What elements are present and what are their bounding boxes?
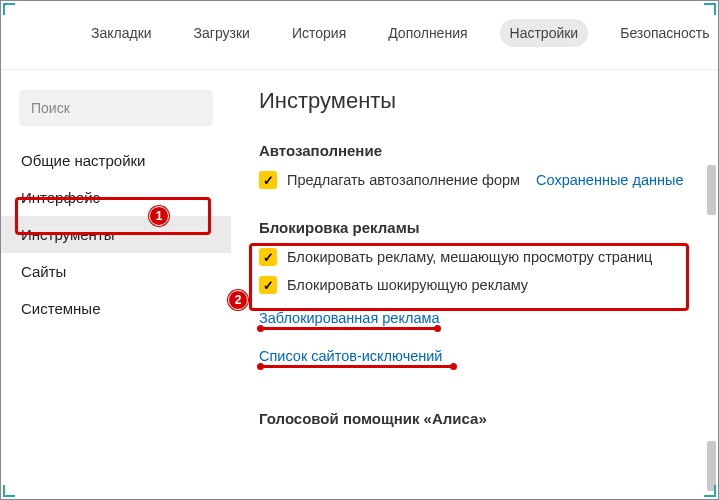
scrollbar-thumb[interactable]: [707, 165, 716, 215]
checkbox-autofill-suggest[interactable]: [259, 171, 277, 189]
section-adblock: Блокировка рекламы Блокировать рекламу, …: [259, 219, 704, 372]
autofill-suggest-label: Предлагать автозаполнение форм: [287, 172, 520, 188]
sidebar-item-general[interactable]: Общие настройки: [1, 142, 231, 179]
block-shocking-label: Блокировать шокирующую рекламу: [287, 277, 528, 293]
adblock-title: Блокировка рекламы: [259, 219, 704, 236]
content: Инструменты Автозаполнение Предлагать ав…: [231, 70, 718, 500]
corner-mark: [3, 485, 15, 497]
tab-bookmarks[interactable]: Закладки: [81, 19, 162, 47]
voice-title: Голосовой помощник «Алиса»: [259, 410, 704, 427]
sidebar-item-interface[interactable]: Интерфейс: [1, 179, 231, 216]
top-tabs: Закладки Загрузки История Дополнения Нас…: [1, 1, 718, 70]
link-saved-data[interactable]: Сохраненные данные: [536, 172, 683, 188]
sidebar-item-tools[interactable]: Инструменты: [1, 216, 231, 253]
page-title: Инструменты: [259, 88, 704, 114]
scrollbar[interactable]: [706, 55, 716, 495]
annotation-underline: [259, 365, 455, 368]
block-intrusive-label: Блокировать рекламу, мешающую просмотру …: [287, 249, 652, 265]
annotation-underline: [259, 327, 439, 330]
tab-history[interactable]: История: [282, 19, 356, 47]
section-voice: Голосовой помощник «Алиса»: [259, 410, 704, 427]
tab-addons[interactable]: Дополнения: [378, 19, 477, 47]
annotation-badge-1: 1: [149, 206, 169, 226]
link-blocked-ads[interactable]: Заблокированная реклама: [259, 310, 440, 326]
autofill-title: Автозаполнение: [259, 142, 704, 159]
tab-settings[interactable]: Настройки: [500, 19, 589, 47]
corner-mark: [3, 3, 15, 15]
sidebar-item-system[interactable]: Системные: [1, 290, 231, 327]
annotation-badge-2: 2: [228, 290, 248, 310]
corner-mark: [704, 485, 716, 497]
tab-downloads[interactable]: Загрузки: [184, 19, 260, 47]
corner-mark: [704, 3, 716, 15]
section-autofill: Автозаполнение Предлагать автозаполнение…: [259, 142, 704, 189]
tab-security[interactable]: Безопасность: [610, 19, 719, 47]
checkbox-block-intrusive[interactable]: [259, 248, 277, 266]
scrollbar-thumb[interactable]: [707, 441, 716, 491]
checkbox-block-shocking[interactable]: [259, 276, 277, 294]
search-input[interactable]: Поиск: [19, 90, 213, 126]
sidebar: Поиск Общие настройки Интерфейс Инструме…: [1, 70, 231, 500]
link-exception-sites[interactable]: Список сайтов-исключений: [259, 348, 442, 364]
sidebar-item-sites[interactable]: Сайты: [1, 253, 231, 290]
